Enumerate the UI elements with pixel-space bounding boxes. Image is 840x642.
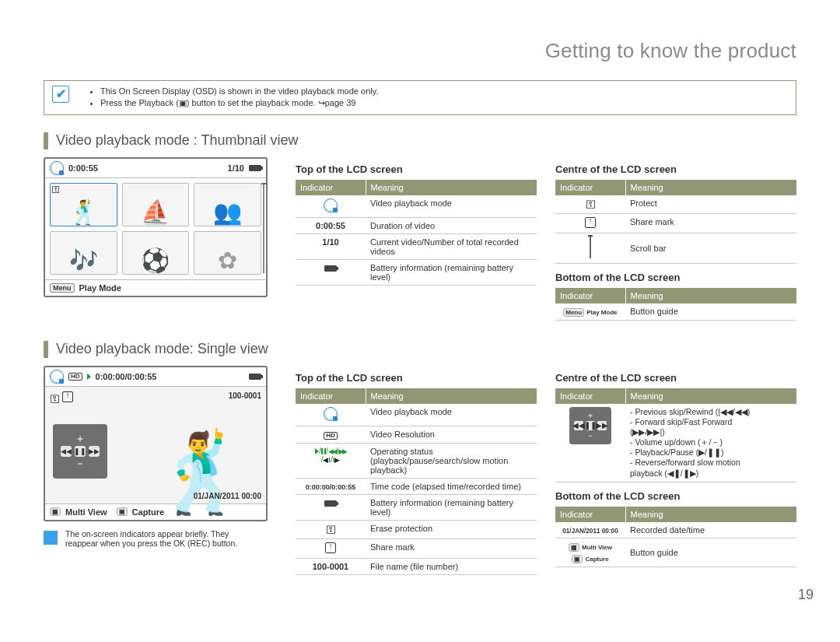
page-number: 19 <box>798 587 814 603</box>
col-meaning: Meaning <box>366 388 537 404</box>
table-row: Menu Play ModeButton guide <box>555 303 796 321</box>
single-screen: HD 0:00:00/0:00:55 100-0001 🕺 ＋ ◀◀❚❚▶▶ － <box>44 366 268 521</box>
thumbnail-screen: 0:00:55 1/10 ⚿🕺 ⛵ 👥 🎶 ⚽ ✿ Menu Play Mo <box>44 157 268 297</box>
top-indicator-table-2: Indicator Meaning Video playback mode HD… <box>296 388 537 575</box>
thumbnail-item[interactable]: ⚿🕺 <box>50 183 117 226</box>
video-area: 100-0001 🕺 ＋ ◀◀❚❚▶▶ － 01/JAN/2011 00:00 <box>45 387 266 503</box>
protect-icon <box>586 200 596 209</box>
battery-icon <box>324 500 337 507</box>
battery-icon <box>249 165 261 171</box>
table-row: Battery information (remaining battery l… <box>296 494 537 520</box>
video-mode-icon <box>324 407 338 421</box>
table-row: 1/10Current video/Number of total record… <box>296 233 537 259</box>
playback-controls[interactable]: ＋ ◀◀❚❚▶▶ － <box>53 424 107 479</box>
rewind-icon: ◀◀ <box>61 446 72 457</box>
col-meaning: Meaning <box>625 180 796 195</box>
screen-column: 0:00:55 1/10 ⚿🕺 ⛵ 👥 🎶 ⚽ ✿ Menu Play Mo <box>44 157 277 328</box>
battery-icon <box>249 374 261 380</box>
table-row: Share mark <box>555 213 796 233</box>
forward-icon: ▶▶ <box>89 446 100 457</box>
table-row: Battery information (remaining battery l… <box>296 259 537 285</box>
capture-button-chip[interactable]: ▣ <box>117 507 128 516</box>
video-mode-icon <box>50 370 64 384</box>
section-heading-text: Video playback mode: Single view <box>56 341 268 357</box>
file-number: 100-0001 <box>229 391 261 400</box>
col-meaning: Meaning <box>625 388 796 404</box>
share-icon <box>62 391 73 402</box>
callout-item: This On Screen Display (OSD) is shown in… <box>100 86 788 97</box>
table-title: Centre of the LCD screen <box>555 163 796 175</box>
thumbnail-item[interactable]: ✿ <box>194 231 261 275</box>
table-row: ▦ Multi View ▣ Capture Button guide <box>555 538 796 567</box>
chapter-title: Getting to know the product <box>44 39 796 63</box>
top-indicator-table: Indicator Meaning Video playback mode 0:… <box>296 180 537 286</box>
video-mode-icon <box>324 198 338 212</box>
play-icon <box>315 448 319 454</box>
heading-bar-icon <box>44 132 48 149</box>
timecode-text: 0:00:00/0:00:55 <box>96 372 157 381</box>
table-row: Protect <box>555 195 796 214</box>
slow-fwd-icon <box>333 455 341 464</box>
table-row: 0:00:55Duration of video <box>296 217 537 233</box>
top-table-col: Top of the LCD screen Indicator Meaning … <box>296 157 537 328</box>
slow-rev-icon <box>323 455 331 464</box>
multiview-button-chip[interactable]: ▦ <box>50 507 61 516</box>
share-icon <box>325 542 336 553</box>
protect-icon <box>50 395 60 404</box>
share-icon <box>585 217 596 228</box>
callout-item: Press the Playback (▣) button to set the… <box>100 97 788 109</box>
table-row: ＋ ◀◀❚❚▶▶ － - Previous skip/Rewind (|◀◀/◀… <box>555 404 796 482</box>
table-row: Scroll bar <box>555 233 796 263</box>
overlay-icons <box>50 391 73 405</box>
counter-text: 1/10 <box>228 163 244 173</box>
screen-column: HD 0:00:00/0:00:55 100-0001 🕺 ＋ ◀◀❚❚▶▶ － <box>44 366 277 583</box>
section-2-columns: HD 0:00:00/0:00:55 100-0001 🕺 ＋ ◀◀❚❚▶▶ － <box>44 366 796 583</box>
thumbnail-item[interactable]: ⚽ <box>122 231 190 275</box>
hd-icon: HD <box>324 432 338 440</box>
playback-controls-icon: ＋ ◀◀❚❚▶▶ － <box>569 407 611 444</box>
screen-topbar: 0:00:55 1/10 <box>45 159 266 178</box>
protect-icon: ⚿ <box>52 185 60 194</box>
multiview-label: Multi View <box>65 507 107 517</box>
duration-text: 0:00:55 <box>68 163 98 173</box>
col-meaning: Meaning <box>366 180 537 195</box>
section-heading-thumbnail: Video playback mode : Thumbnail view <box>44 132 796 149</box>
menu-chip-icon: Menu <box>563 308 584 317</box>
col-meaning: Meaning <box>625 288 796 303</box>
table-title: Bottom of the LCD screen <box>555 490 796 502</box>
multiview-chip-icon: ▦ <box>569 543 579 552</box>
section-heading-single: Video playback mode: Single view <box>44 341 796 358</box>
centre-indicator-table: Indicator Meaning Protect Share mark Scr… <box>555 180 796 264</box>
scrollbar[interactable] <box>263 184 264 273</box>
centre-bottom-col-2: Centre of the LCD screen Indicator Meani… <box>555 366 796 583</box>
battery-icon <box>324 265 337 272</box>
pause-icon: ❚❚ <box>75 446 86 457</box>
note-box: The on-screen indicators appear briefly.… <box>44 529 277 548</box>
manual-page: Getting to know the product ✔ This On Sc… <box>0 0 840 642</box>
heading-bar-icon <box>44 341 48 358</box>
col-indicator: Indicator <box>555 288 625 303</box>
bottom-indicator-table: Indicator Meaning Menu Play ModeButton g… <box>555 288 796 321</box>
thumbnail-item[interactable]: 🎶 <box>50 231 117 275</box>
hd-badge: HD <box>68 373 82 381</box>
centre-indicator-table-2: Indicator Meaning ＋ ◀◀❚❚▶▶ － - <box>555 388 796 482</box>
col-indicator: Indicator <box>555 388 625 404</box>
callout-box: ✔ This On Screen Display (OSD) is shown … <box>44 80 796 115</box>
table-row: 0:00:00/0:00:55Time code (elapsed time/r… <box>296 478 537 494</box>
scrollbar-icon <box>590 237 591 258</box>
col-indicator: Indicator <box>296 180 366 195</box>
thumbnail-item[interactable]: ⛵ <box>122 183 190 226</box>
play-mode-label: Play Mode <box>79 283 121 293</box>
thumbnail-item[interactable]: 👥 <box>194 183 261 226</box>
table-row: Video playback mode <box>296 195 537 218</box>
table-title: Top of the LCD screen <box>296 372 537 384</box>
table-row: /// // Operating status (playback/pause/… <box>296 443 537 478</box>
thumbnail-grid: ⚿🕺 ⛵ 👥 🎶 ⚽ ✿ <box>45 178 266 279</box>
pause-icon <box>321 448 326 454</box>
table-row: Share mark <box>296 539 537 558</box>
col-indicator: Indicator <box>296 388 366 404</box>
table-row: HDVideo Resolution <box>296 426 537 443</box>
centre-bottom-col: Centre of the LCD screen Indicator Meani… <box>555 157 796 328</box>
menu-button[interactable]: Menu <box>50 283 75 293</box>
protect-icon <box>326 525 336 535</box>
